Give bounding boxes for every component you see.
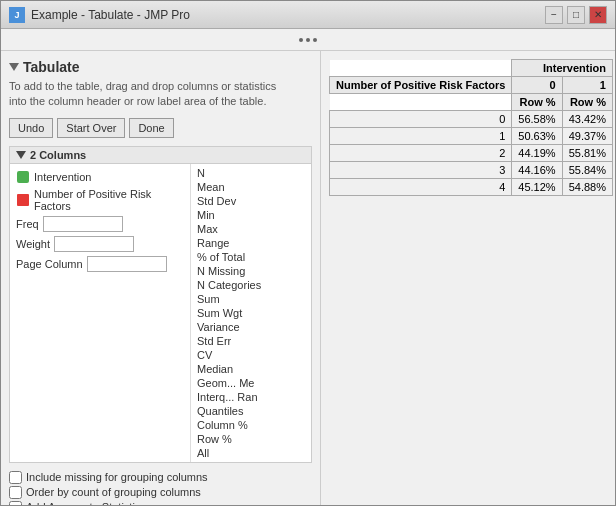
right-panel: Intervention Number of Positive Risk Fac… — [321, 51, 615, 505]
stat-item[interactable]: Range — [191, 236, 311, 250]
app-icon: J — [9, 7, 25, 23]
left-panel: Tabulate To add to the table, drag and d… — [1, 51, 321, 505]
columns-collapse-icon[interactable] — [16, 151, 26, 159]
stat-item[interactable]: % of Total — [191, 250, 311, 264]
row-v2: 43.42% — [562, 111, 612, 128]
start-over-button[interactable]: Start Over — [57, 118, 125, 138]
stat-item[interactable]: Quantiles — [191, 404, 311, 418]
stat-item[interactable]: CV — [191, 348, 311, 362]
freq-label: Freq — [16, 218, 39, 230]
stat-item[interactable]: All — [191, 446, 311, 460]
stat-item[interactable]: Median — [191, 362, 311, 376]
table-row: 2 44.19% 55.81% — [330, 145, 613, 162]
section-header: Tabulate — [9, 59, 312, 75]
dot-2 — [306, 38, 310, 42]
stat-item[interactable]: Sum — [191, 292, 311, 306]
row-label: 4 — [330, 179, 512, 196]
stat-item[interactable]: Interq... Ran — [191, 390, 311, 404]
section-title: Tabulate — [23, 59, 80, 75]
include-missing-row: Include missing for grouping columns — [9, 471, 312, 484]
menu-dots — [299, 38, 317, 42]
weight-row: Weight — [14, 234, 186, 254]
list-item: Number of Positive Risk Factors — [14, 186, 186, 214]
row-v2: 55.81% — [562, 145, 612, 162]
stat-item[interactable]: Std Err — [191, 334, 311, 348]
stat-item[interactable]: Min — [191, 208, 311, 222]
stat-item[interactable]: Row % — [191, 432, 311, 446]
row-v1: 44.19% — [512, 145, 562, 162]
green-icon — [17, 171, 29, 183]
stat-item[interactable]: Sum Wgt — [191, 306, 311, 320]
stat-item[interactable]: N Categories — [191, 278, 311, 292]
col-1-header: 1 — [562, 77, 612, 94]
add-aggregate-checkbox[interactable] — [9, 501, 22, 505]
toolbar: Undo Start Over Done — [9, 118, 312, 138]
table-row: 0 56.58% 43.42% — [330, 111, 613, 128]
stat-item[interactable]: Geom... Me — [191, 376, 311, 390]
columns-header: 2 Columns — [10, 147, 311, 164]
add-aggregate-row: Add Aggregate Statistics — [9, 501, 312, 505]
row-label: 1 — [330, 128, 512, 145]
content-area: Tabulate To add to the table, drag and d… — [1, 51, 615, 505]
minimize-button[interactable]: − — [545, 6, 563, 24]
row-label: 3 — [330, 162, 512, 179]
window-controls: − □ ✕ — [545, 6, 607, 24]
stat-item[interactable]: N — [191, 166, 311, 180]
freq-row: Freq — [14, 214, 186, 234]
stat-item[interactable]: Mean — [191, 180, 311, 194]
freq-input[interactable] — [43, 216, 123, 232]
row-v1: 50.63% — [512, 128, 562, 145]
maximize-button[interactable]: □ — [567, 6, 585, 24]
preview-table: Intervention Number of Positive Risk Fac… — [329, 59, 613, 196]
title-bar: J Example - Tabulate - JMP Pro − □ ✕ — [1, 1, 615, 29]
order-by-count-row: Order by count of grouping columns — [9, 486, 312, 499]
stat-item[interactable]: Std Dev — [191, 194, 311, 208]
menu-bar — [1, 29, 615, 51]
dot-1 — [299, 38, 303, 42]
table-row-header: Number of Positive Risk Factors — [330, 77, 512, 94]
window: J Example - Tabulate - JMP Pro − □ ✕ Tab… — [0, 0, 616, 506]
intervention-header: Intervention — [512, 60, 613, 77]
table-row: 1 50.63% 49.37% — [330, 128, 613, 145]
row-v2: 54.88% — [562, 179, 612, 196]
stat-item[interactable]: Variance — [191, 320, 311, 334]
page-input[interactable] — [87, 256, 167, 272]
row-v1: 45.12% — [512, 179, 562, 196]
table-row: 4 45.12% 54.88% — [330, 179, 613, 196]
columns-count: 2 Columns — [30, 149, 86, 161]
description-line1: To add to the table, drag and drop colum… — [9, 80, 276, 92]
row-pct-header-1: Row % — [562, 94, 612, 111]
row-v1: 56.58% — [512, 111, 562, 128]
risk-icon — [16, 193, 30, 207]
collapse-icon[interactable] — [9, 63, 19, 71]
stat-item[interactable]: Max — [191, 222, 311, 236]
title-bar-left: J Example - Tabulate - JMP Pro — [9, 7, 190, 23]
empty-header — [330, 60, 512, 77]
intervention-icon — [16, 170, 30, 184]
row-label: 2 — [330, 145, 512, 162]
done-button[interactable]: Done — [129, 118, 173, 138]
row-label: 0 — [330, 111, 512, 128]
include-missing-checkbox[interactable] — [9, 471, 22, 484]
list-item: Intervention — [14, 168, 186, 186]
undo-button[interactable]: Undo — [9, 118, 53, 138]
close-button[interactable]: ✕ — [589, 6, 607, 24]
columns-section: 2 Columns Intervention — [9, 146, 312, 463]
checkboxes-section: Include missing for grouping columns Ord… — [9, 471, 312, 505]
order-by-count-checkbox[interactable] — [9, 486, 22, 499]
stat-item[interactable]: Column % — [191, 418, 311, 432]
columns-list: Intervention Number of Positive Risk Fac… — [10, 164, 190, 462]
row-v1: 44.16% — [512, 162, 562, 179]
statistics-list[interactable]: NMeanStd DevMinMaxRange% of TotalN Missi… — [190, 164, 311, 462]
add-aggregate-label: Add Aggregate Statistics — [26, 501, 146, 505]
weight-input[interactable] — [54, 236, 134, 252]
description: To add to the table, drag and drop colum… — [9, 79, 312, 110]
stat-item[interactable]: N Missing — [191, 264, 311, 278]
window-title: Example - Tabulate - JMP Pro — [31, 8, 190, 22]
order-by-count-label: Order by count of grouping columns — [26, 486, 201, 498]
description-line2: into the column header or row label area… — [9, 95, 266, 107]
col-intervention-label: Intervention — [34, 171, 91, 183]
table-row: 3 44.16% 55.84% — [330, 162, 613, 179]
page-row: Page Column — [14, 254, 186, 274]
row-v2: 55.84% — [562, 162, 612, 179]
